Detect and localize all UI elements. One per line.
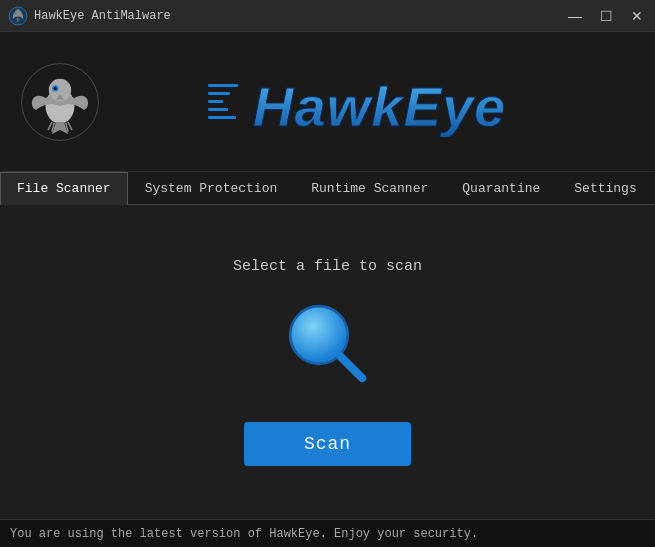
scan-button[interactable]: Scan (244, 422, 411, 466)
select-file-label: Select a file to scan (233, 258, 422, 275)
logo-text-area: HawkEye (130, 67, 635, 137)
status-message: You are using the latest version of Hawk… (10, 527, 478, 541)
window-controls: — ☐ ✕ (564, 9, 647, 23)
speed-line-1 (208, 84, 238, 87)
tab-file-scanner[interactable]: File Scanner (0, 172, 128, 205)
app-icon (8, 6, 28, 26)
svg-line-10 (340, 357, 362, 379)
tab-bar: File Scanner System Protection Runtime S… (0, 172, 655, 205)
status-bar: You are using the latest version of Hawk… (0, 519, 655, 547)
svg-text:HawkEye: HawkEye (252, 75, 505, 137)
speed-line-2 (208, 92, 230, 95)
tab-system-protection[interactable]: System Protection (128, 172, 295, 204)
svg-point-1 (15, 12, 17, 14)
speed-line-3 (208, 100, 223, 103)
app-header: HawkEye (0, 32, 655, 172)
maximize-button[interactable]: ☐ (596, 9, 617, 23)
main-content: Select a file to scan Scan (0, 205, 655, 519)
minimize-button[interactable]: — (564, 9, 586, 23)
tab-runtime-scanner[interactable]: Runtime Scanner (294, 172, 445, 204)
speed-line-5 (208, 116, 236, 119)
speed-line-4 (208, 108, 228, 111)
speed-lines (208, 84, 238, 119)
tab-quarantine[interactable]: Quarantine (445, 172, 557, 204)
search-icon (283, 299, 373, 389)
close-button[interactable]: ✕ (627, 9, 647, 23)
hawkeye-logo-svg: HawkEye (248, 67, 558, 137)
tab-settings[interactable]: Settings (557, 172, 653, 204)
app-title: HawkEye AntiMalware (34, 9, 564, 23)
hawk-logo (20, 62, 100, 142)
svg-point-6 (54, 86, 57, 89)
title-bar: HawkEye AntiMalware — ☐ ✕ (0, 0, 655, 32)
search-icon-wrapper (283, 299, 373, 394)
